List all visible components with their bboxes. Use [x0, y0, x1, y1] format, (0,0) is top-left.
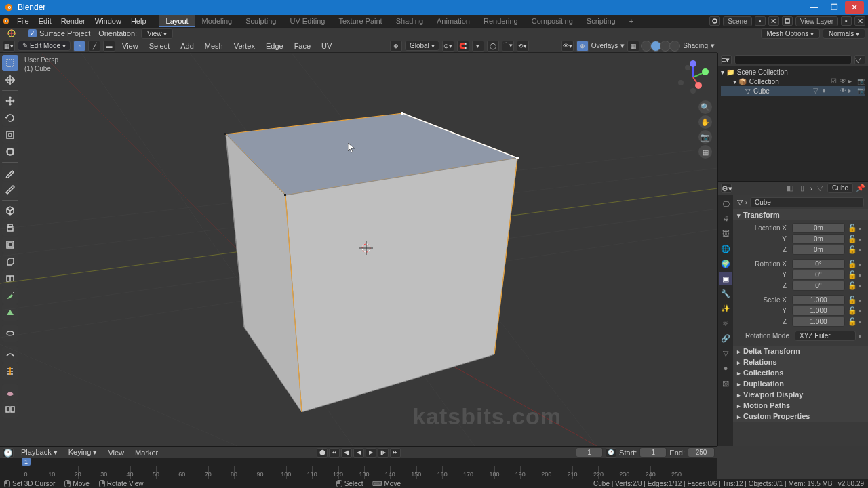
breadcrumb-scene-icon[interactable]: ◧: [785, 184, 795, 193]
play-button[interactable]: ▶: [366, 448, 376, 458]
keyframe-dot[interactable]: •: [859, 224, 864, 232]
3d-viewport[interactable]: User Persp (1) Cube 🔍 ✋ 📷 ▦ katsbits.com: [0, 53, 717, 446]
viewport-menu-vertex[interactable]: Vertex: [230, 42, 259, 50]
workspace-add-tab[interactable]: +: [623, 15, 640, 27]
workspace-tab-compositing[interactable]: Compositing: [525, 15, 580, 27]
rotation-z[interactable]: 0°: [792, 281, 845, 291]
camera-gizmo[interactable]: 📷: [698, 130, 712, 144]
tab-texture[interactable]: ▨: [719, 376, 732, 390]
rotation-x[interactable]: 0°: [792, 259, 845, 269]
panel-collections[interactable]: Collections: [733, 367, 868, 378]
vertex-select-mode[interactable]: ▫: [73, 41, 85, 52]
face-select-mode[interactable]: ▬: [103, 41, 115, 52]
viewport-menu-select[interactable]: Select: [145, 42, 174, 50]
tab-mesh-data[interactable]: ▽: [719, 346, 732, 360]
panel-custom-properties[interactable]: Custom Properties: [733, 411, 868, 422]
surface-project-checkbox[interactable]: ✓: [28, 29, 37, 37]
location-z[interactable]: 0m: [792, 245, 845, 255]
panel-duplication[interactable]: Duplication: [733, 378, 868, 389]
proportional-edit-dropdown[interactable]: ⌒▾: [502, 41, 514, 52]
viewlayer-delete-button[interactable]: ✕: [854, 16, 865, 26]
breadcrumb-cube-icon[interactable]: ▽: [815, 184, 825, 193]
lock-icon[interactable]: 🔓: [848, 224, 856, 232]
edge-select-mode[interactable]: ╱: [88, 41, 100, 52]
tab-world[interactable]: 🌍: [719, 257, 732, 270]
jump-start-button[interactable]: ⏮: [329, 448, 340, 458]
collection-selectable-icon[interactable]: ▸: [848, 77, 856, 85]
scene-name-field[interactable]: Scene: [723, 16, 751, 26]
scale-y[interactable]: 1.000: [792, 306, 845, 316]
mode-dropdown[interactable]: ✎ Edit Mode ▾: [18, 41, 71, 51]
proportional-connected-dropdown[interactable]: ⟲▾: [517, 41, 529, 52]
collection-hide-icon[interactable]: 👁: [840, 77, 848, 85]
window-close-button[interactable]: ✕: [845, 1, 864, 14]
outliner-editor-type[interactable]: ≡▾: [721, 55, 732, 64]
outliner-scene-collection[interactable]: ▾ 📁 Scene Collection: [721, 68, 865, 77]
timeline-menu-view[interactable]: View: [104, 449, 127, 457]
outliner-collection[interactable]: ▾ 📦 Collection ☑👁▸📷: [721, 77, 865, 86]
menu-window[interactable]: Window: [90, 15, 126, 27]
app-icon[interactable]: [0, 15, 12, 27]
workspace-tab-uvediting[interactable]: UV Editing: [283, 15, 332, 27]
scale-x[interactable]: 1.000: [792, 295, 845, 305]
timeline-menu-keying[interactable]: Keying ▾: [65, 448, 101, 457]
tab-particles[interactable]: ✨: [719, 302, 732, 315]
menu-render[interactable]: Render: [56, 15, 90, 27]
orientation-dropdown[interactable]: View ▾: [141, 28, 173, 39]
editor-type-dropdown[interactable]: ▦▾: [3, 41, 15, 52]
workspace-tab-sculpting[interactable]: Sculpting: [239, 15, 283, 27]
viewport-menu-uv[interactable]: UV: [317, 42, 336, 50]
properties-editor-type[interactable]: ⚙▾: [721, 184, 732, 193]
play-reverse-button[interactable]: ◀: [353, 448, 364, 458]
viewport-canvas[interactable]: [0, 53, 717, 446]
workspace-tab-texturepaint[interactable]: Texture Paint: [332, 15, 389, 27]
location-x[interactable]: 0m: [792, 223, 845, 233]
jump-end-button[interactable]: ⏭: [390, 448, 401, 458]
panel-motion-paths[interactable]: Motion Paths: [733, 400, 868, 411]
shading-dropdown[interactable]: ▾: [711, 41, 715, 50]
panel-viewport-display[interactable]: Viewport Display: [733, 389, 868, 400]
item-hide-icon[interactable]: 👁: [840, 87, 848, 95]
mesh-visibility-dropdown[interactable]: 👁▾: [561, 41, 574, 52]
outliner-search[interactable]: [734, 55, 852, 64]
workspace-tab-scripting[interactable]: Scripting: [580, 15, 623, 27]
timeline-ruler[interactable]: 0102030405060708090100110120130140150160…: [0, 458, 717, 479]
rotation-y[interactable]: 0°: [792, 270, 845, 280]
viewport-menu-face[interactable]: Face: [290, 42, 315, 50]
navigation-gizmo[interactable]: [674, 58, 712, 96]
zoom-gizmo[interactable]: 🔍: [698, 100, 712, 114]
tab-output[interactable]: 🖨: [719, 212, 732, 226]
workspace-tab-rendering[interactable]: Rendering: [477, 15, 525, 27]
viewport-menu-view[interactable]: View: [118, 42, 142, 50]
window-minimize-button[interactable]: —: [804, 1, 823, 14]
autokey-toggle[interactable]: ⬤: [317, 448, 328, 458]
tab-scene[interactable]: 🌐: [719, 242, 732, 256]
next-keyframe-button[interactable]: ▮▸: [378, 448, 389, 458]
viewlayer-name-field[interactable]: View Layer: [795, 16, 838, 26]
transform-orientation-dropdown[interactable]: Global ▾: [405, 41, 439, 51]
end-frame-field[interactable]: 250: [688, 447, 715, 458]
normals-dropdown[interactable]: Normals ▾: [823, 28, 865, 39]
panel-delta-transform[interactable]: Delta Transform: [733, 346, 868, 357]
outliner-item-cube[interactable]: ▽ Cube ▽● 👁▸📷: [721, 86, 865, 96]
breadcrumb-cube[interactable]: Cube: [827, 183, 853, 193]
item-mesh-icon[interactable]: ▽: [813, 87, 821, 95]
timeline-menu-marker[interactable]: Marker: [132, 449, 161, 457]
proportional-edit-toggle[interactable]: ◯: [487, 41, 499, 52]
workspace-tab-layout[interactable]: Layout: [159, 15, 195, 27]
viewlayer-browse-icon[interactable]: [782, 16, 793, 26]
location-y[interactable]: 0m: [792, 234, 845, 244]
rotation-mode-dropdown[interactable]: XYZ Euler: [795, 331, 856, 341]
timeline-menu-playback[interactable]: Playback ▾: [18, 448, 61, 457]
tab-modifiers[interactable]: 🔧: [719, 287, 732, 300]
item-disable-icon[interactable]: 📷: [857, 87, 865, 95]
viewlayer-new-button[interactable]: ▪: [841, 16, 852, 26]
collection-exclude-icon[interactable]: ☑: [831, 77, 839, 85]
xray-toggle[interactable]: ▦: [627, 41, 639, 52]
tab-material[interactable]: ●: [719, 361, 732, 375]
prev-keyframe-button[interactable]: ◂▮: [341, 448, 352, 458]
scene-delete-button[interactable]: ✕: [768, 16, 779, 26]
panel-transform[interactable]: Transform: [733, 209, 868, 220]
pivot-point-dropdown[interactable]: ⊙▾: [442, 41, 454, 52]
start-frame-field[interactable]: 1: [639, 447, 667, 458]
